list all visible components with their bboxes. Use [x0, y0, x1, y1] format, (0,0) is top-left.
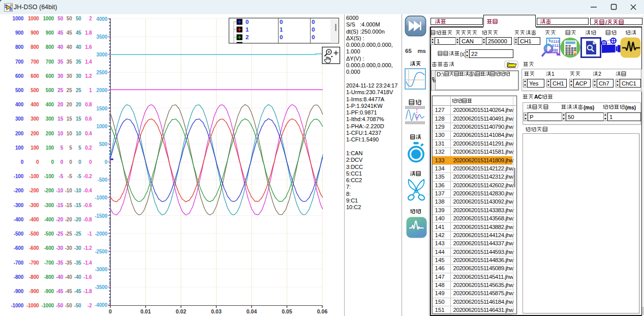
svg-text:5: 5 — [60, 145, 64, 151]
svg-text:-20: -20 — [65, 217, 72, 222]
svg-text:15: 15 — [57, 116, 63, 122]
svg-text:40: 40 — [57, 44, 63, 50]
svg-text:1.4: 1.4 — [85, 59, 92, 65]
svg-text:-200: -200 — [29, 188, 39, 193]
svg-text:-25: -25 — [74, 231, 81, 237]
svg-text:-0.4: -0.4 — [83, 188, 92, 193]
svg-text:300: 300 — [15, 116, 24, 122]
svg-text:-600: -600 — [44, 245, 54, 251]
svg-text:800: 800 — [15, 44, 24, 50]
svg-text:-10: -10 — [74, 188, 81, 193]
svg-text:300: 300 — [46, 116, 54, 122]
svg-text:5: 5 — [78, 145, 81, 151]
svg-text:0: 0 — [246, 19, 249, 25]
svg-text:5: 5 — [69, 145, 72, 151]
svg-text:-1000: -1000 — [11, 303, 23, 308]
svg-text:0.4: 0.4 — [85, 131, 92, 136]
svg-text:-200: -200 — [44, 188, 54, 193]
svg-text:-50: -50 — [56, 303, 63, 308]
svg-text:-1.6: -1.6 — [83, 274, 92, 280]
svg-text:600: 600 — [15, 73, 24, 79]
svg-text:1: 1 — [89, 88, 92, 93]
svg-text:-500: -500 — [14, 231, 24, 237]
svg-text:0: 0 — [51, 159, 54, 165]
svg-text:-40: -40 — [65, 274, 72, 280]
svg-text:-1500: -1500 — [95, 213, 107, 219]
svg-text:4000: 4000 — [97, 16, 108, 22]
svg-text:0.8: 0.8 — [85, 102, 92, 107]
svg-text:-25: -25 — [65, 231, 72, 237]
svg-text:0: 0 — [36, 159, 39, 165]
svg-text:-5: -5 — [68, 174, 72, 179]
svg-text:-15: -15 — [74, 203, 81, 208]
svg-text:-30: -30 — [56, 245, 63, 251]
svg-text:-5: -5 — [59, 174, 64, 179]
svg-text:-0.2: -0.2 — [83, 174, 92, 179]
svg-text:-700: -700 — [29, 260, 39, 266]
svg-text:0.05: 0.05 — [282, 308, 292, 314]
svg-text:40: 40 — [76, 44, 81, 50]
svg-text:30: 30 — [76, 73, 81, 79]
svg-text:-2: -2 — [87, 303, 92, 308]
svg-text:10: 10 — [76, 131, 81, 136]
svg-text:-4000: -4000 — [95, 302, 107, 308]
svg-text:-600: -600 — [14, 245, 24, 251]
svg-text:50: 50 — [76, 16, 81, 21]
svg-text:-50: -50 — [65, 303, 72, 308]
svg-text:900: 900 — [15, 30, 24, 36]
svg-text:-35: -35 — [56, 260, 63, 266]
svg-text:-1: -1 — [87, 231, 92, 237]
svg-text:-30: -30 — [65, 245, 72, 251]
svg-text:-100: -100 — [29, 174, 39, 179]
svg-text:500: 500 — [46, 88, 54, 93]
svg-text:200: 200 — [30, 131, 39, 136]
svg-text:1: 1 — [246, 26, 249, 33]
svg-text:-700: -700 — [44, 260, 54, 266]
svg-text:900: 900 — [30, 30, 39, 36]
svg-text:40: 40 — [67, 44, 72, 50]
svg-text:1000: 1000 — [28, 16, 39, 21]
svg-text:-500: -500 — [44, 231, 54, 237]
svg-text:0.01: 0.01 — [140, 308, 151, 314]
svg-text:-100: -100 — [44, 174, 54, 179]
svg-text:-40: -40 — [74, 274, 81, 280]
svg-text:2: 2 — [89, 16, 92, 21]
svg-text:-15: -15 — [56, 203, 63, 208]
svg-text:-5: -5 — [77, 174, 81, 179]
svg-text:45: 45 — [57, 30, 63, 36]
svg-text:10: 10 — [67, 131, 72, 136]
svg-text:25: 25 — [57, 88, 63, 93]
svg-text:0.04: 0.04 — [247, 308, 257, 314]
svg-text:200: 200 — [15, 131, 24, 136]
svg-text:900: 900 — [46, 30, 54, 36]
svg-text:3500: 3500 — [97, 34, 108, 40]
svg-text:500: 500 — [99, 141, 108, 147]
svg-text:-1000: -1000 — [95, 195, 107, 200]
svg-text:1.6: 1.6 — [85, 44, 92, 50]
svg-text:-800: -800 — [29, 274, 39, 280]
svg-text:500: 500 — [15, 88, 24, 93]
svg-text:50: 50 — [57, 16, 63, 21]
svg-text:500: 500 — [30, 88, 39, 93]
svg-text:1000: 1000 — [13, 16, 24, 21]
svg-text:-300: -300 — [14, 203, 24, 208]
svg-text:-40: -40 — [56, 274, 63, 280]
svg-text:0: 0 — [69, 159, 72, 165]
svg-text:100: 100 — [46, 145, 54, 151]
svg-text:600: 600 — [30, 73, 39, 79]
svg-text:20: 20 — [67, 102, 72, 107]
svg-text:-500: -500 — [98, 177, 108, 183]
svg-text:-3000: -3000 — [95, 267, 107, 272]
svg-text:-20: -20 — [56, 217, 63, 222]
svg-text:400: 400 — [46, 102, 54, 107]
svg-text:-600: -600 — [29, 245, 39, 251]
svg-text:-1.4: -1.4 — [83, 260, 92, 266]
svg-text:400: 400 — [30, 102, 39, 107]
svg-text:-300: -300 — [44, 203, 54, 208]
svg-text:-2500: -2500 — [95, 249, 107, 254]
svg-text:2: 2 — [246, 34, 249, 40]
svg-text:15: 15 — [67, 116, 72, 122]
svg-text:-35: -35 — [65, 260, 72, 266]
svg-text:-400: -400 — [44, 217, 54, 222]
svg-text:800: 800 — [46, 44, 54, 50]
